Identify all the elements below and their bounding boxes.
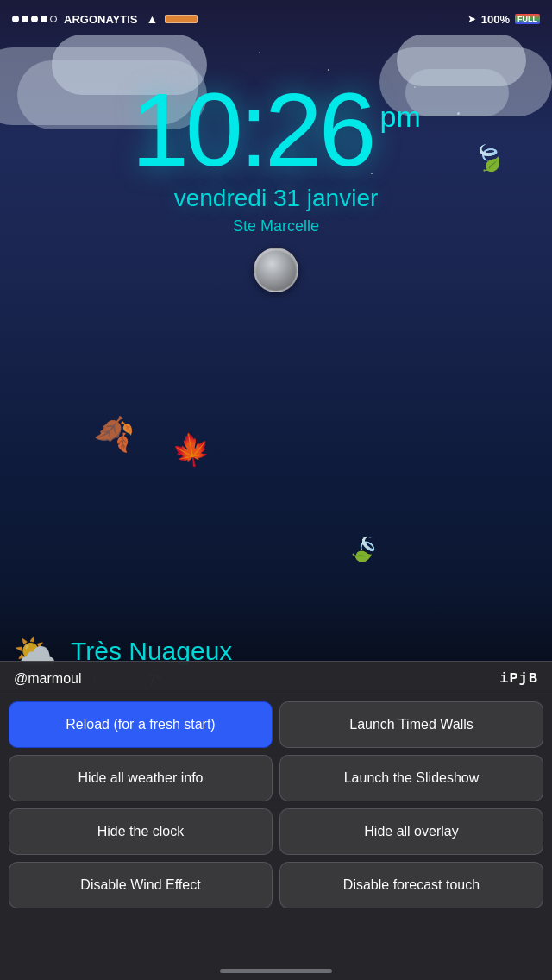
signal-dot-4 <box>41 16 47 22</box>
battery-percent: 100% <box>481 13 510 26</box>
carrier-label: ARGONAYTIS <box>64 13 137 26</box>
signal-dot-3 <box>31 16 38 22</box>
reload-button[interactable]: Reload (for a fresh start) <box>9 701 273 748</box>
launch-slideshow-button[interactable]: Launch the Slideshow <box>279 755 543 801</box>
signal-dots <box>12 16 57 22</box>
date-line: vendredi 31 janvier <box>0 185 552 212</box>
location-icon: ➤ <box>467 13 476 25</box>
signal-dot-2 <box>22 16 28 22</box>
saint-line: Ste Marcelle <box>0 217 552 236</box>
launch-timed-walls-button[interactable]: Launch Timed Walls <box>279 701 543 748</box>
button-grid: Reload (for a fresh start) Launch Timed … <box>0 694 552 969</box>
panel-brand: iPjB <box>499 670 538 687</box>
signal-dot-1 <box>12 16 19 22</box>
status-left: ARGONAYTIS ▲ <box>12 12 198 26</box>
wifi-icon: ▲ <box>146 12 158 26</box>
panel-username: @marmoul <box>14 671 81 687</box>
disable-wind-button[interactable]: Disable Wind Effect <box>9 862 273 908</box>
time-display: 10:26 pm <box>0 78 552 181</box>
disable-forecast-button[interactable]: Disable forecast touch <box>279 862 543 908</box>
time-value: 10:26 <box>131 78 373 181</box>
status-right: ➤ 100% FULL <box>467 13 540 26</box>
leaf-orange: 🍁 <box>170 428 215 470</box>
panel-header: @marmoul iPjB <box>0 662 552 694</box>
clock-area: 10:26 pm vendredi 31 janvier Ste Marcell… <box>0 78 552 292</box>
bottom-panel: @marmoul iPjB Reload (for a fresh start)… <box>0 661 552 980</box>
battery-full-badge: FULL <box>515 14 540 24</box>
hide-weather-button[interactable]: Hide all weather info <box>9 755 273 801</box>
lock-button[interactable] <box>254 248 298 292</box>
time-ampm: pm <box>380 102 421 131</box>
signal-dot-5 <box>50 16 57 22</box>
hide-overlay-button[interactable]: Hide all overlay <box>279 808 543 855</box>
hide-clock-button[interactable]: Hide the clock <box>9 808 273 855</box>
battery-bar <box>165 15 198 23</box>
home-indicator <box>220 969 332 973</box>
status-bar: ARGONAYTIS ▲ ➤ 100% FULL <box>0 0 552 38</box>
